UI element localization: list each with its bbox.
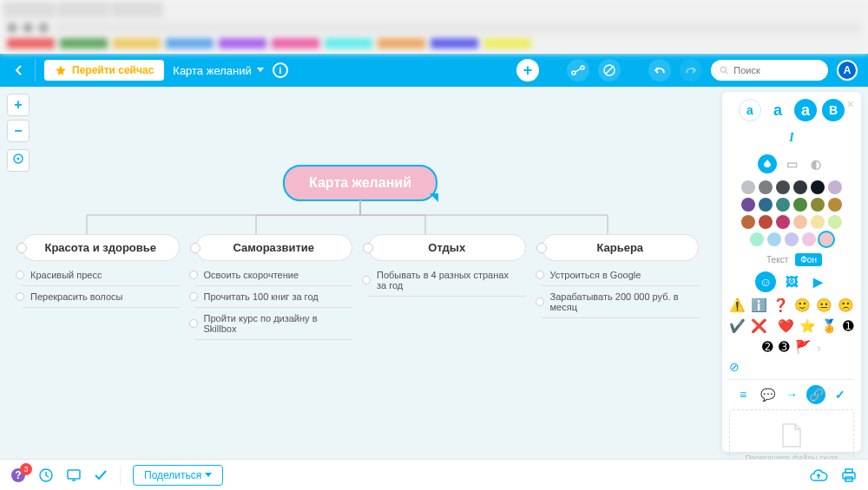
branch-node[interactable]: Красота и здоровье (22, 234, 180, 261)
browser-chrome (0, 0, 868, 54)
leaf-node[interactable]: Побывать в 4 разных странах за год (368, 265, 526, 297)
color-swatch[interactable] (767, 232, 781, 246)
leaf-node[interactable]: Зарабатывать 200 000 руб. в месяц (542, 286, 700, 318)
color-swatch[interactable] (828, 215, 842, 229)
color-swatch[interactable] (759, 198, 773, 212)
font-large-button[interactable]: a (794, 99, 817, 121)
comment-button[interactable]: 💬 (758, 385, 777, 404)
emoji-option[interactable]: 🏅 (821, 318, 838, 334)
emoji-option[interactable]: 🙂 (794, 297, 811, 313)
branch-node[interactable]: Отдых (368, 234, 526, 261)
color-swatch[interactable] (793, 215, 807, 229)
color-swatch[interactable] (785, 232, 799, 246)
back-button[interactable] (10, 64, 26, 76)
disable-button[interactable] (598, 59, 621, 82)
arrow-button[interactable]: → (782, 385, 801, 404)
tab-text[interactable]: Текст (761, 253, 793, 266)
panel-close-button[interactable]: × (847, 97, 854, 111)
emoji-button[interactable]: ☺ (755, 271, 776, 292)
emoji-option[interactable]: 🚩 (795, 339, 812, 355)
bold-button[interactable]: B (822, 99, 845, 121)
zoom-in-button[interactable]: + (7, 94, 30, 116)
color-swatch[interactable] (793, 180, 807, 194)
leaf-node[interactable]: Красивый пресс (22, 265, 180, 286)
chevron-down-icon (205, 473, 212, 478)
emoji-option[interactable]: ➌ (779, 339, 790, 355)
document-title-dropdown[interactable]: Карта желаний (173, 64, 263, 77)
root-node[interactable]: Карта желаний (283, 165, 437, 201)
tab-background[interactable]: Фон (795, 253, 822, 266)
present-button[interactable] (66, 468, 82, 482)
image-button[interactable]: 🖼 (781, 271, 802, 292)
color-swatch[interactable] (828, 198, 842, 212)
relation-button[interactable] (567, 59, 589, 82)
color-swatch[interactable] (811, 180, 825, 194)
color-swatch[interactable] (793, 198, 807, 212)
color-swatch[interactable] (759, 215, 773, 229)
color-swatch[interactable] (828, 180, 842, 194)
locate-button[interactable] (7, 149, 30, 172)
video-button[interactable]: ▶ (807, 271, 828, 292)
color-swatch[interactable] (750, 232, 764, 246)
shape-button[interactable]: ◐ (806, 154, 825, 173)
task-button[interactable]: ✓ (831, 385, 850, 404)
branch-node[interactable]: Саморазвитие (195, 234, 353, 261)
leaf-node[interactable]: Освоить скорочтение (195, 265, 353, 286)
font-small-button[interactable]: a (739, 99, 761, 121)
leaf-node[interactable]: Пройти курс по дизайну в Skillbox (195, 308, 353, 340)
color-swatch[interactable] (776, 198, 790, 212)
emoji-more-button[interactable]: › (817, 340, 821, 355)
redo-button[interactable] (680, 59, 702, 82)
search-box[interactable] (711, 60, 828, 81)
color-swatch[interactable] (802, 232, 816, 246)
color-swatch[interactable] (811, 215, 825, 229)
emoji-option[interactable]: ❤️ (778, 318, 794, 334)
emoji-option[interactable]: ➋ (762, 339, 773, 355)
font-medium-button[interactable]: a (766, 99, 789, 121)
emoji-clear-button[interactable]: ⊘ (729, 360, 854, 374)
add-button[interactable]: + (516, 59, 539, 82)
check-button[interactable] (94, 469, 108, 481)
search-input[interactable] (733, 65, 819, 75)
color-swatch[interactable] (741, 215, 755, 229)
emoji-option[interactable]: ❓ (773, 297, 789, 313)
link-button[interactable]: 🔗 (806, 385, 825, 404)
border-button[interactable]: ▭ (782, 154, 801, 173)
help-button[interactable]: ? 3 (10, 467, 26, 483)
branch: КарьераУстроиться в GoogleЗарабатывать 2… (542, 234, 700, 340)
note-button[interactable]: ≡ (733, 385, 753, 404)
emoji-option[interactable]: ✔️ (729, 318, 746, 334)
print-button[interactable] (840, 467, 858, 483)
color-swatch[interactable] (759, 180, 773, 194)
emoji-option[interactable]: 😐 (816, 297, 832, 313)
color-swatch[interactable] (776, 215, 790, 229)
color-swatch[interactable] (811, 198, 825, 212)
fill-color-button[interactable] (758, 154, 777, 173)
svg-rect-11 (845, 469, 852, 473)
emoji-option[interactable]: 🙁 (838, 297, 854, 313)
emoji-option[interactable]: ❌ (751, 318, 767, 334)
svg-point-5 (17, 158, 20, 160)
leaf-node[interactable]: Перекрасить волосы (22, 286, 180, 308)
user-avatar[interactable]: A (837, 60, 858, 81)
text-style-row: a a a B I (729, 99, 854, 149)
color-swatch[interactable] (741, 198, 755, 212)
branch-node[interactable]: Карьера (542, 234, 700, 261)
zoom-out-button[interactable]: − (7, 120, 30, 142)
emoji-option[interactable]: ⭐ (799, 318, 816, 334)
emoji-option[interactable]: ⚠️ (729, 297, 746, 313)
leaf-node[interactable]: Устроиться в Google (542, 265, 700, 286)
share-button[interactable]: Поделиться (133, 465, 223, 486)
emoji-option[interactable]: ➊ (843, 318, 854, 334)
color-swatch[interactable] (819, 232, 833, 246)
emoji-option[interactable]: ℹ️ (751, 297, 767, 313)
color-swatch[interactable] (741, 180, 755, 194)
italic-button[interactable]: I (780, 127, 803, 149)
info-button[interactable]: i (273, 62, 288, 78)
upgrade-button[interactable]: Перейти сейчас (44, 60, 164, 81)
history-button[interactable] (38, 467, 54, 483)
leaf-node[interactable]: Прочитать 100 книг за год (195, 286, 353, 308)
cloud-button[interactable] (809, 468, 828, 482)
undo-button[interactable] (648, 59, 671, 82)
color-swatch[interactable] (776, 180, 790, 194)
